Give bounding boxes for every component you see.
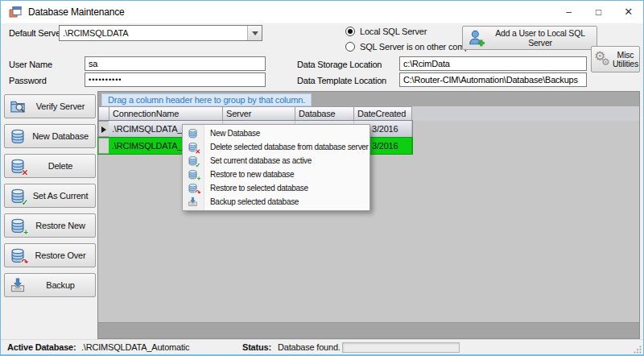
menu-item-label: New Database (210, 129, 260, 138)
group-by-hint: Drag a column header here to group by th… (101, 93, 312, 106)
database-add-icon: + (10, 217, 26, 234)
active-database-label: Active Database: (7, 340, 76, 355)
user-name-label: User Name (9, 57, 52, 72)
menu-item-restore-to-new-database[interactable]: + Restore to new database (183, 168, 369, 181)
database-check-icon: ✓ (10, 188, 26, 204)
grid-footer-strip (98, 322, 639, 338)
menu-item-delete-selected-database[interactable]: ✕ Delete selected database from database… (183, 140, 369, 154)
radio-local-label: Local SQL Server (360, 25, 427, 38)
restore-new-label: Restore New (26, 221, 95, 230)
active-database-value: .\RCIMSQLDATA_Automatic (81, 340, 189, 355)
folder-search-icon (10, 98, 26, 114)
menu-item-set-current-database-active[interactable]: ✓ Set current database as active (183, 154, 369, 168)
status-value: Database found. (278, 340, 341, 355)
new-database-button[interactable]: New Database (4, 124, 96, 148)
resize-grip[interactable] (634, 346, 642, 354)
default-server-value: .\RCIMSQLDATA (63, 26, 128, 40)
row-indicator-header-cell (98, 106, 109, 121)
minimize-button[interactable]: – (554, 1, 584, 23)
menu-item-new-database[interactable]: New Database (183, 126, 369, 140)
data-template-location-input[interactable] (399, 72, 587, 87)
database-icon (188, 128, 198, 139)
radio-button-icon[interactable] (345, 27, 355, 36)
title-bar: Database Maintenance – □ ✕ (1, 1, 643, 23)
menu-item-label: Set current database as active (210, 156, 312, 165)
verify-server-label: Verify Server (26, 101, 95, 111)
gears-icon: ⚙⚙ (594, 50, 612, 69)
set-as-current-button[interactable]: ✓ Set As Current (4, 184, 96, 208)
app-window-icon (9, 6, 22, 19)
add-user-icon (468, 29, 485, 47)
close-button[interactable]: ✕ (613, 1, 643, 23)
database-add-icon: + (188, 169, 198, 180)
add-user-button-label: Add a User to Local SQL Server (485, 28, 597, 48)
menu-item-label: Restore to selected database (210, 184, 308, 192)
set-as-current-label: Set As Current (26, 191, 95, 201)
menu-item-backup-selected-database[interactable]: Backup selected database (183, 195, 369, 209)
misc-utilities-label: Misc Utilities (612, 51, 639, 68)
backup-icon (188, 197, 198, 207)
column-header-database[interactable]: Database (295, 106, 354, 121)
delete-label: Delete (26, 161, 95, 171)
restore-over-button[interactable]: ↷ Restore Over (4, 243, 96, 267)
grid-header-row: ConnectionName Server Database DateCreat… (98, 106, 639, 121)
restore-over-label: Restore Over (26, 250, 95, 260)
window: Database Maintenance – □ ✕ Default Serve… (0, 0, 644, 356)
status-bar: Active Database: .\RCIMSQLDATA_Automatic… (1, 339, 643, 355)
default-server-dropdown[interactable]: .\RCIMSQLDATA (59, 25, 262, 41)
radio-button-icon[interactable] (345, 42, 355, 52)
backup-label: Backup (26, 280, 95, 290)
data-storage-location-input[interactable] (399, 56, 587, 71)
database-delete-icon: ✕ (188, 142, 198, 152)
user-name-input[interactable] (85, 56, 266, 71)
column-header-datecreated[interactable]: DateCreated (353, 106, 412, 121)
menu-item-restore-to-selected-database[interactable]: ↷ Restore to selected database (183, 181, 369, 195)
database-restore-icon: ↷ (188, 183, 198, 193)
default-server-label: Default Server (9, 26, 64, 40)
database-icon (10, 128, 26, 144)
row-indicator-cell (98, 138, 109, 154)
context-menu: New Database ✕ Delete selected database … (182, 124, 370, 211)
data-template-location-label: Data Template Location (297, 73, 386, 88)
status-progress-panel (342, 342, 460, 353)
menu-item-label: Backup selected database (210, 197, 299, 206)
password-label: Password (9, 73, 47, 88)
menu-item-label: Restore to new database (210, 170, 294, 179)
status-label: Status: (242, 340, 271, 355)
new-database-label: New Database (26, 131, 95, 141)
current-row-arrow-icon (101, 126, 106, 133)
group-by-bar: Drag a column header here to group by th… (98, 92, 639, 106)
misc-utilities-button[interactable]: ⚙⚙ Misc Utilities (591, 46, 640, 72)
backup-icon (10, 277, 26, 293)
delete-button[interactable]: ✕ Delete (4, 154, 96, 178)
chevron-down-icon[interactable] (247, 26, 262, 40)
window-title: Database Maintenance (28, 1, 124, 23)
database-restore-icon: ↷ (10, 247, 26, 263)
add-user-button[interactable]: Add a User to Local SQL Server (462, 26, 597, 50)
password-input[interactable] (85, 72, 266, 87)
database-check-icon: ✓ (188, 155, 198, 166)
maximize-button[interactable]: □ (584, 1, 613, 23)
data-storage-location-label: Data Storage Location (297, 57, 382, 72)
backup-button[interactable]: Backup (4, 273, 96, 297)
verify-server-button[interactable]: Verify Server (4, 94, 96, 118)
column-header-server[interactable]: Server (222, 106, 295, 121)
menu-item-label: Delete selected database from database s… (210, 143, 369, 151)
row-indicator-cell (98, 121, 109, 137)
column-header-connectionname[interactable]: ConnectionName (109, 106, 223, 121)
database-delete-icon: ✕ (10, 158, 26, 174)
restore-new-button[interactable]: + Restore New (4, 213, 96, 238)
